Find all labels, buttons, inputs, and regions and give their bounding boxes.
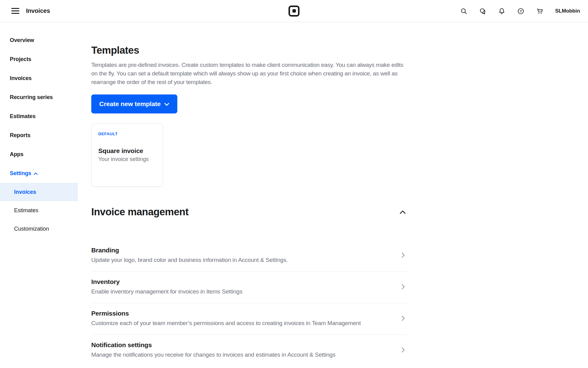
list-item-inventory[interactable]: Inventory Enable inventory management fo… [91, 272, 407, 303]
top-bar: Invoices ? [0, 0, 588, 22]
invoice-management-heading: Invoice management [91, 206, 188, 218]
sidebar-subitem-estimates[interactable]: Estimates [0, 201, 78, 220]
row-title: Notification settings [91, 341, 335, 349]
row-description: Update your logo, brand color and busine… [91, 256, 288, 264]
chevron-right-icon [401, 284, 405, 289]
sidebar-subitem-invoices[interactable]: Invoices [0, 183, 78, 201]
templates-heading: Templates [91, 44, 407, 57]
create-new-template-button[interactable]: Create new template [91, 94, 177, 113]
row-title: Permissions [91, 309, 361, 317]
sidebar-item-recurring-series[interactable]: Recurring series [0, 88, 78, 107]
row-description: Customize each of your team member’s per… [91, 319, 361, 327]
chevron-down-icon [164, 103, 169, 106]
notifications-bell-icon[interactable] [498, 7, 506, 15]
header-actions: ? SLMobbin [460, 0, 580, 22]
list-item-branding[interactable]: Branding Update your logo, brand color a… [91, 240, 407, 272]
row-title: Branding [91, 246, 288, 254]
chevron-right-icon [401, 252, 405, 258]
template-card-title: Square invoice [98, 147, 156, 155]
square-logo-icon[interactable] [288, 6, 300, 17]
cart-icon[interactable] [536, 7, 544, 15]
messages-icon[interactable] [479, 7, 487, 15]
templates-description: Templates are pre-defined invoices. Crea… [91, 61, 407, 86]
collapse-section-button[interactable] [399, 208, 407, 216]
invoice-management-header: Invoice management [91, 206, 407, 218]
sidebar-item-estimates[interactable]: Estimates [0, 107, 78, 126]
page-title: Invoices [26, 7, 50, 14]
chevron-right-icon [401, 316, 405, 321]
list-item-permissions[interactable]: Permissions Customize each of your team … [91, 303, 407, 335]
default-badge: DEFAULT [98, 132, 156, 136]
chevron-up-icon [400, 210, 406, 214]
template-card-subtitle: Your invoice settings [98, 156, 156, 163]
list-item-notification-settings[interactable]: Notification settings Manage the notific… [91, 335, 407, 368]
chevron-right-icon [401, 347, 405, 353]
sidebar-item-projects[interactable]: Projects [0, 50, 78, 69]
row-description: Enable inventory management for invoices… [91, 288, 242, 296]
sidebar-subitem-customization[interactable]: Customization [0, 220, 78, 238]
sidebar-item-invoices[interactable]: Invoices [0, 69, 78, 88]
invoice-management-list: Branding Update your logo, brand color a… [91, 240, 407, 368]
account-menu[interactable]: SLMobbin [555, 8, 580, 14]
sidebar-item-reports[interactable]: Reports [0, 126, 78, 145]
sidebar-item-settings[interactable]: Settings [0, 164, 78, 183]
row-description: Manage the notifications you receive for… [91, 351, 335, 359]
sidebar: Overview Projects Invoices Recurring ser… [0, 22, 78, 238]
search-icon[interactable] [460, 7, 468, 15]
menu-icon[interactable] [11, 8, 19, 14]
help-icon[interactable]: ? [517, 7, 525, 15]
row-title: Inventory [91, 278, 242, 286]
chevron-up-icon [34, 172, 38, 175]
svg-text:?: ? [520, 9, 522, 13]
default-template-card[interactable]: DEFAULT Square invoice Your invoice sett… [91, 123, 163, 187]
main-content: Templates Templates are pre-defined invo… [91, 22, 407, 368]
sidebar-item-apps[interactable]: Apps [0, 145, 78, 164]
sidebar-item-overview[interactable]: Overview [0, 31, 78, 50]
